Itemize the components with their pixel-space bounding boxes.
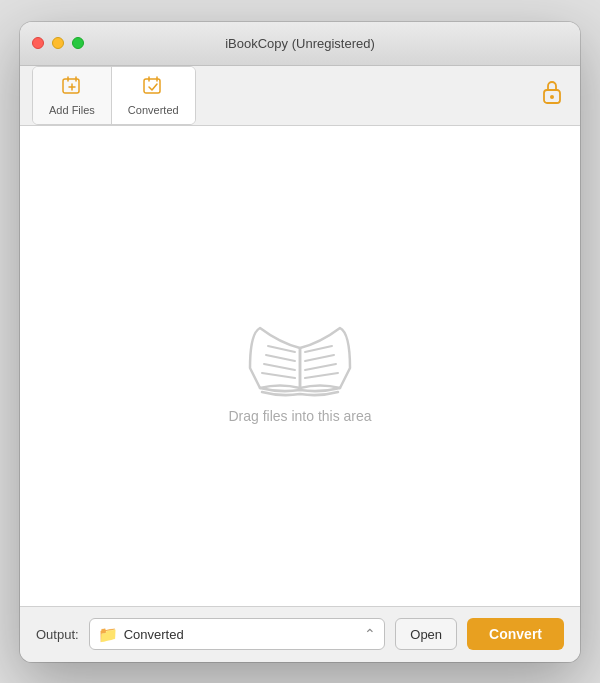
main-content: Drag files into this area	[20, 126, 580, 606]
maximize-button[interactable]	[72, 37, 84, 49]
svg-line-15	[305, 355, 334, 361]
svg-line-12	[264, 364, 295, 370]
minimize-button[interactable]	[52, 37, 64, 49]
tab-group: Add Files Converted	[32, 66, 196, 125]
converted-label: Converted	[128, 104, 179, 116]
svg-line-14	[305, 346, 332, 352]
window-title: iBookCopy (Unregistered)	[225, 36, 375, 51]
folder-name: Converted	[124, 627, 365, 642]
add-files-label: Add Files	[49, 104, 95, 116]
drag-text: Drag files into this area	[228, 408, 371, 424]
convert-button[interactable]: Convert	[467, 618, 564, 650]
traffic-lights	[32, 37, 84, 49]
svg-line-13	[262, 373, 295, 378]
svg-point-9	[550, 95, 554, 99]
chevron-icon: ⌃	[364, 626, 376, 642]
tab-converted[interactable]: Converted	[112, 67, 195, 124]
folder-select[interactable]: 📁 Converted ⌃	[89, 618, 386, 650]
footer: Output: 📁 Converted ⌃ Open Convert	[20, 606, 580, 662]
close-button[interactable]	[32, 37, 44, 49]
svg-line-10	[268, 346, 295, 352]
svg-line-17	[305, 373, 338, 378]
title-bar: iBookCopy (Unregistered)	[20, 22, 580, 66]
svg-line-11	[266, 355, 295, 361]
main-window: iBookCopy (Unregistered) Add Files	[20, 22, 580, 662]
book-icon	[240, 308, 360, 408]
open-button[interactable]: Open	[395, 618, 457, 650]
svg-line-16	[305, 364, 336, 370]
add-files-icon	[61, 75, 83, 102]
lock-button[interactable]	[540, 78, 564, 112]
output-label: Output:	[36, 627, 79, 642]
folder-icon: 📁	[98, 625, 118, 644]
converted-icon	[142, 75, 164, 102]
drop-area[interactable]: Drag files into this area	[20, 126, 580, 606]
toolbar: Add Files Converted	[20, 66, 580, 126]
tab-add-files[interactable]: Add Files	[33, 67, 112, 124]
